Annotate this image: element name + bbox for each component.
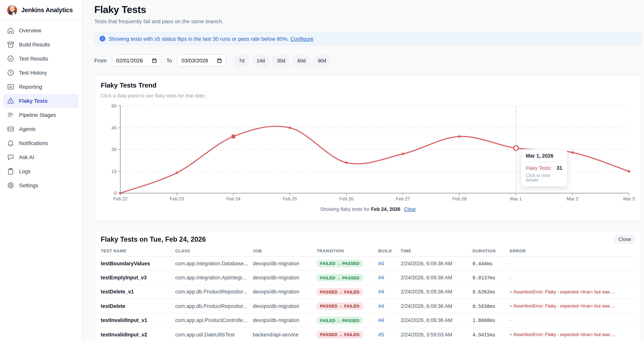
sidebar-item[interactable]: Logs xyxy=(3,164,79,178)
sidebar-item[interactable]: Notifications xyxy=(3,136,79,150)
banner-text: Showing tests with ≥5 status flips in th… xyxy=(109,36,289,42)
transition-cell: FAILED → PASSED xyxy=(317,317,378,324)
svg-text:Mar 1: Mar 1 xyxy=(510,196,522,201)
duration-cell: 0.6362ms xyxy=(472,289,510,295)
column-header: TIME xyxy=(401,248,472,253)
configure-link[interactable]: Configure xyxy=(290,36,313,42)
from-label: From xyxy=(94,58,107,64)
error-text: - xyxy=(510,275,512,280)
close-button[interactable]: Close xyxy=(614,234,636,244)
error-text[interactable]: AssertionError: Flaky - expected <true> … xyxy=(510,303,615,309)
sidebar-item[interactable]: Agents xyxy=(3,122,79,136)
sidebar-item[interactable]: Test Results xyxy=(3,52,79,66)
build-cell: #5 xyxy=(378,332,401,337)
table-header-row: TEST NAMECLASSJOBTRANSITIONBUILDTIMEDURA… xyxy=(101,248,635,256)
tooltip-series-label: Flaky Tests: xyxy=(526,165,552,171)
error-text: - xyxy=(510,260,512,266)
svg-text:30: 30 xyxy=(112,147,116,152)
gear-icon xyxy=(7,182,14,189)
time-cell: 2/24/2026, 6:09:36 AM xyxy=(401,317,472,323)
table-row: testInvalidInput_v1 com.app.api.ProductC… xyxy=(101,313,635,328)
sidebar-header: Jenkins Analytics xyxy=(0,0,82,21)
jenkins-logo-icon xyxy=(7,5,18,16)
build-link[interactable]: #5 xyxy=(378,332,384,337)
transition-badge: PASSED → FAILED xyxy=(317,331,363,338)
tooltip-divider xyxy=(526,162,562,162)
date-filters: From 02/01/2026 To 03/03/2026 7d14d30d60… xyxy=(94,55,642,67)
error-text: - xyxy=(510,317,512,323)
to-date-value: 03/03/2026 xyxy=(182,58,208,64)
sidebar-item[interactable]: Reporting xyxy=(3,80,79,94)
sidebar-item[interactable]: Test History xyxy=(3,66,79,80)
sidebar-item-label: Reporting xyxy=(19,84,42,90)
svg-text:Mar 2: Mar 2 xyxy=(567,196,578,201)
transition-badge: PASSED → FAILED xyxy=(317,288,363,295)
transition-badge: FAILED → PASSED xyxy=(317,260,363,267)
build-link[interactable]: #4 xyxy=(378,303,384,309)
job-cell: devops/db-migration xyxy=(253,317,317,323)
sidebar-item[interactable]: Pipeline Stages xyxy=(3,108,79,122)
error-cell: AssertionError: Flaky - expected <true> … xyxy=(510,289,635,294)
svg-text:15: 15 xyxy=(112,169,116,174)
column-header: BUILD xyxy=(378,248,401,253)
svg-text:Feb 26: Feb 26 xyxy=(339,196,354,201)
error-text[interactable]: AssertionError: Flaky - expected <true> … xyxy=(510,332,615,337)
job-cell: devops/db-migration xyxy=(253,303,317,309)
build-cell: #4 xyxy=(378,317,401,323)
info-banner: i Showing tests with ≥5 status flips in … xyxy=(94,32,642,45)
error-text[interactable]: AssertionError: Flaky - expected <true> … xyxy=(510,289,615,294)
sidebar-item[interactable]: Settings xyxy=(3,178,79,192)
range-preset-button[interactable]: 30d xyxy=(272,55,290,67)
tooltip-value: 31 xyxy=(556,165,562,171)
chart-title: Flaky Tests Trend xyxy=(95,75,641,89)
transition-cell: PASSED → FAILED xyxy=(317,331,378,338)
svg-text:Feb 27: Feb 27 xyxy=(396,196,410,201)
column-header: DURATION xyxy=(472,248,510,253)
class-cell: com.app.integration.Database... xyxy=(175,260,253,266)
build-link[interactable]: #4 xyxy=(378,275,384,280)
column-header: JOB xyxy=(253,248,317,253)
column-header: CLASS xyxy=(175,248,253,253)
build-cell: #4 xyxy=(378,275,401,280)
class-cell: com.app.api.ProductControlle... xyxy=(175,317,253,323)
build-link[interactable]: #4 xyxy=(378,260,384,266)
error-cell: - xyxy=(510,275,635,280)
error-cell: - xyxy=(510,317,635,323)
svg-text:Feb 23: Feb 23 xyxy=(170,196,184,201)
build-link[interactable]: #4 xyxy=(378,289,384,295)
sidebar-item-label: Pipeline Stages xyxy=(19,112,56,118)
duration-cell: 0.444ms xyxy=(472,260,510,266)
clock-icon xyxy=(7,69,14,77)
duration-cell: 0.5038ms xyxy=(472,303,510,309)
column-header: ERROR xyxy=(510,248,635,253)
sidebar-item-label: Build Results xyxy=(19,42,50,48)
build-cell: #4 xyxy=(378,260,401,266)
sidebar-item[interactable]: Overview xyxy=(3,24,79,37)
app-root: Jenkins Analytics Overview Build Results… xyxy=(0,0,644,341)
column-header: TEST NAME xyxy=(101,248,175,253)
chart-footer: Showing flaky tests for Feb 24, 2026 Cle… xyxy=(95,206,641,212)
info-icon: i xyxy=(100,36,105,42)
clear-selection-link[interactable]: Clear xyxy=(404,206,416,212)
range-preset-button[interactable]: 60d xyxy=(293,55,310,67)
sidebar-item[interactable]: Build Results xyxy=(3,38,79,51)
range-preset-button[interactable]: 14d xyxy=(252,55,269,67)
warning-triangle-icon xyxy=(7,97,14,105)
transition-badge: FAILED → PASSED xyxy=(317,317,363,324)
time-cell: 2/24/2026, 6:09:36 AM xyxy=(401,289,472,295)
svg-text:Feb 28: Feb 28 xyxy=(452,196,467,201)
test-name-cell: testBoundaryValues xyxy=(101,260,175,266)
table-row: testDelete_v1 com.app.db.ProductReposito… xyxy=(101,285,635,299)
duration-cell: 1.8608ms xyxy=(472,317,510,323)
range-preset-button[interactable]: 90d xyxy=(313,55,330,67)
range-preset-button[interactable]: 7d xyxy=(234,55,249,67)
sidebar-item[interactable]: Flaky Tests xyxy=(3,94,79,108)
sidebar-item[interactable]: Ask AI xyxy=(3,150,79,164)
sidebar-item-label: Overview xyxy=(19,28,41,34)
trend-chart-card: Flaky Tests Trend Click a data point to … xyxy=(94,75,642,221)
svg-text:0: 0 xyxy=(114,190,116,196)
from-date-input[interactable]: 02/01/2026 xyxy=(112,55,161,67)
build-link[interactable]: #4 xyxy=(378,317,384,323)
to-date-input[interactable]: 03/03/2026 xyxy=(177,55,226,67)
tooltip-row: Flaky Tests: 31 xyxy=(526,165,562,171)
